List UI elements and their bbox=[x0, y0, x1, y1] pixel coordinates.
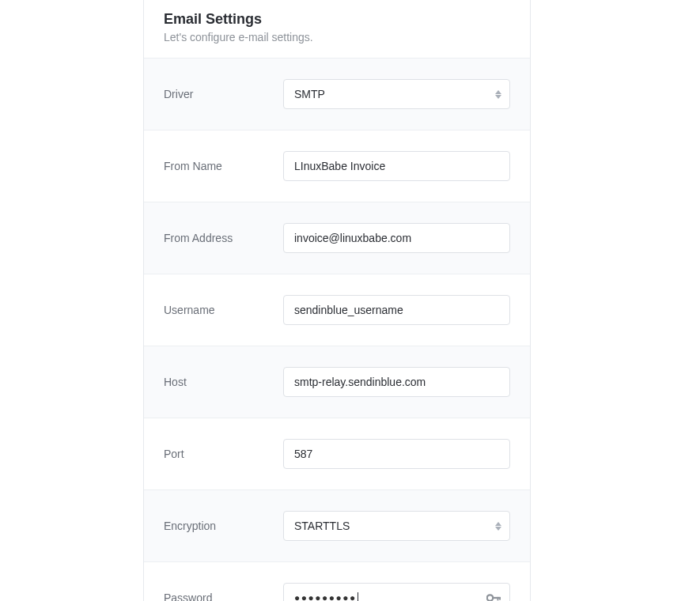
row-driver: Driver SMTP bbox=[144, 58, 530, 130]
page-subtitle: Let's configure e-mail settings. bbox=[164, 31, 510, 43]
password-mask: ●●●●●●●●● bbox=[294, 592, 357, 601]
port-input[interactable] bbox=[283, 439, 510, 469]
svg-point-0 bbox=[487, 595, 494, 601]
from-name-input[interactable] bbox=[283, 151, 510, 181]
encryption-select[interactable]: STARTTLS bbox=[283, 511, 510, 541]
username-label: Username bbox=[164, 304, 283, 316]
email-settings-panel: Email Settings Let's configure e-mail se… bbox=[143, 0, 531, 601]
from-address-input[interactable] bbox=[283, 223, 510, 253]
password-label: Password bbox=[164, 592, 283, 601]
encryption-label: Encryption bbox=[164, 520, 283, 532]
row-password: Password ●●●●●●●●● bbox=[144, 561, 530, 601]
svg-rect-3 bbox=[499, 597, 501, 600]
panel-header: Email Settings Let's configure e-mail se… bbox=[144, 0, 530, 58]
row-from-name: From Name bbox=[144, 130, 530, 202]
page-title: Email Settings bbox=[164, 11, 510, 28]
row-username: Username bbox=[144, 274, 530, 346]
key-icon bbox=[486, 592, 501, 601]
host-label: Host bbox=[164, 376, 283, 388]
encryption-select-value: STARTTLS bbox=[294, 520, 350, 532]
driver-select-value: SMTP bbox=[294, 88, 325, 100]
svg-rect-2 bbox=[498, 597, 499, 601]
row-port: Port bbox=[144, 418, 530, 489]
username-input[interactable] bbox=[283, 295, 510, 325]
driver-label: Driver bbox=[164, 88, 283, 100]
from-address-label: From Address bbox=[164, 232, 283, 244]
chevron-sort-icon bbox=[495, 90, 501, 99]
chevron-sort-icon bbox=[495, 522, 501, 531]
row-host: Host bbox=[144, 346, 530, 418]
text-caret bbox=[358, 592, 358, 601]
driver-select[interactable]: SMTP bbox=[283, 79, 510, 109]
from-name-label: From Name bbox=[164, 160, 283, 172]
password-input[interactable]: ●●●●●●●●● bbox=[283, 583, 510, 601]
host-input[interactable] bbox=[283, 367, 510, 397]
port-label: Port bbox=[164, 448, 283, 460]
row-encryption: Encryption STARTTLS bbox=[144, 489, 530, 561]
row-from-address: From Address bbox=[144, 202, 530, 274]
